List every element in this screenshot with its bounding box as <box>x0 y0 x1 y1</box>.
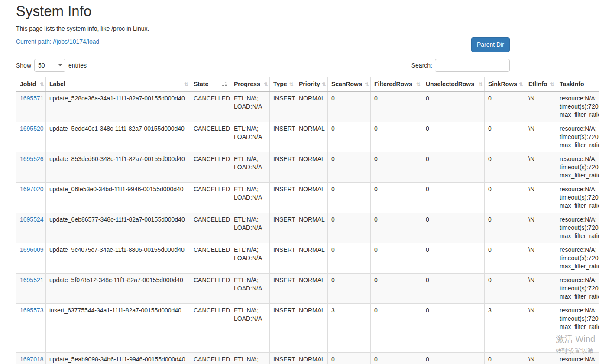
cell-jobid: 1695573 <box>16 304 46 353</box>
cell-filteredrows: 0 <box>371 91 422 122</box>
column-label: UnselectedRows <box>426 81 474 87</box>
current-path-link[interactable]: Current path: //jobs/10174/load <box>16 38 99 45</box>
page-length-control: Show 50 entries <box>16 59 87 72</box>
column-header-label[interactable]: Label⇅ <box>46 77 190 92</box>
cell-type: INSERT <box>270 304 295 353</box>
cell-type: INSERT <box>270 122 295 152</box>
column-header-filteredrows[interactable]: FilteredRows⇅ <box>371 77 422 92</box>
job-id-link[interactable]: 1695520 <box>20 125 44 132</box>
sort-both-icon: ⇅ <box>40 82 44 87</box>
table-row: 1695571update_528ce36a-34a1-11f1-82a7-00… <box>16 91 599 122</box>
column-header-progress[interactable]: Progress⇅ <box>230 77 270 92</box>
cell-unselectedrows: 0 <box>422 243 485 274</box>
cell-unselectedrows: 0 <box>422 304 485 353</box>
cell-filteredrows: 0 <box>371 243 422 274</box>
job-id-link[interactable]: 1697020 <box>20 186 44 193</box>
cell-scanrows: 0 <box>328 353 371 364</box>
table-row: 1695520update_5edd40c1-348c-11f1-82a7-00… <box>16 122 599 152</box>
cell-unselectedrows: 0 <box>422 274 485 304</box>
cell-sinkrows: 0 <box>485 91 525 122</box>
table-row: 1695524update_6eb86577-348c-11f1-82a7-00… <box>16 213 599 243</box>
cell-taskinfo: resource:N/A; timeout(s):7200; max_filte… <box>556 91 599 122</box>
cell-jobid: 1695571 <box>16 91 46 122</box>
cell-taskinfo: resource:N/A; timeout(s):7200; max_filte… <box>556 122 599 152</box>
cell-label: update_06fe53e0-34bd-11f1-9946-00155d000… <box>46 183 190 213</box>
cell-sinkrows: 0 <box>485 353 525 364</box>
page-length-select[interactable]: 50 <box>34 59 65 72</box>
cell-jobid: 1695521 <box>16 274 46 304</box>
cell-unselectedrows: 0 <box>422 152 485 183</box>
table-header-row: JobId⇅Label⇅StateProgress⇅Type⇅Priority⇅… <box>16 77 599 92</box>
cell-state: CANCELLED <box>190 122 230 152</box>
cell-progress: ETL:N/A; LOAD:N/A <box>230 183 270 213</box>
column-header-scanrows[interactable]: ScanRows⇅ <box>328 77 371 92</box>
cell-taskinfo: resource:N/A; timeout(s):7200; max_filte… <box>556 183 599 213</box>
job-id-link[interactable]: 1697018 <box>20 356 44 363</box>
cell-label: update_5eab9098-34b6-11f1-9946-00155d000… <box>46 353 190 364</box>
column-header-jobid[interactable]: JobId⇅ <box>16 77 46 92</box>
cell-sinkrows: 0 <box>485 213 525 243</box>
cell-type: INSERT <box>270 243 295 274</box>
cell-state: CANCELLED <box>190 91 230 122</box>
cell-progress: ETL:N/A; LOAD:N/A <box>230 213 270 243</box>
cell-jobid: 1695526 <box>16 152 46 183</box>
cell-taskinfo: resource:N/A; timeout(s):7200; max_filte… <box>556 213 599 243</box>
cell-sinkrows: 0 <box>485 243 525 274</box>
table-row: 1695573insert_63775544-34a1-11f1-82a7-00… <box>16 304 599 353</box>
column-label: Label <box>49 81 65 87</box>
cell-state: CANCELLED <box>190 274 230 304</box>
cell-etlinfo: \N <box>525 183 556 213</box>
cell-state: CANCELLED <box>190 304 230 353</box>
cell-jobid: 1697018 <box>16 353 46 364</box>
column-header-unselectedrows[interactable]: UnselectedRows⇅ <box>422 77 485 92</box>
job-id-link[interactable]: 1695524 <box>20 216 44 223</box>
cell-priority: NORMAL <box>295 122 328 152</box>
cell-filteredrows: 0 <box>371 353 422 364</box>
cell-etlinfo: \N <box>525 213 556 243</box>
table-row: 1696009update_9c4075c7-34ae-11f1-8806-00… <box>16 243 599 274</box>
jobs-table: JobId⇅Label⇅StateProgress⇅Type⇅Priority⇅… <box>16 77 599 364</box>
cell-priority: NORMAL <box>295 152 328 183</box>
column-header-type[interactable]: Type⇅ <box>270 77 295 92</box>
column-header-etlinfo[interactable]: EtlInfo⇅ <box>525 77 556 92</box>
job-id-link[interactable]: 1695526 <box>20 155 44 162</box>
search-label: Search: <box>411 59 432 72</box>
cell-progress: ETL:N/A; LOAD:N/A <box>230 122 270 152</box>
cell-unselectedrows: 0 <box>422 91 485 122</box>
cell-etlinfo: \N <box>525 274 556 304</box>
cell-state: CANCELLED <box>190 213 230 243</box>
cell-type: INSERT <box>270 91 295 122</box>
cell-type: INSERT <box>270 213 295 243</box>
cell-taskinfo: resource:N/A; timeout(s):7200; max_filte… <box>556 353 599 364</box>
sort-both-icon: ⇅ <box>479 82 483 87</box>
column-header-priority[interactable]: Priority⇅ <box>295 77 328 92</box>
sort-both-icon: ⇅ <box>264 82 268 87</box>
cell-etlinfo: \N <box>525 91 556 122</box>
cell-priority: NORMAL <box>295 274 328 304</box>
cell-state: CANCELLED <box>190 353 230 364</box>
column-label: Priority <box>299 81 320 87</box>
column-header-sinkrows[interactable]: SinkRows⇅ <box>485 77 525 92</box>
search-input[interactable] <box>435 59 510 72</box>
cell-etlinfo: \N <box>525 243 556 274</box>
job-id-link[interactable]: 1695571 <box>20 95 44 102</box>
table-body: 1695571update_528ce36a-34a1-11f1-82a7-00… <box>16 91 599 364</box>
column-label: Progress <box>234 81 260 87</box>
column-header-state[interactable]: State <box>190 77 230 92</box>
parent-dir-button[interactable]: Parent Dir <box>471 37 510 52</box>
cell-progress: ETL:N/A; LOAD:N/A <box>230 91 270 122</box>
cell-filteredrows: 0 <box>371 304 422 353</box>
cell-label: update_853ded60-348c-11f1-82a7-00155d000… <box>46 152 190 183</box>
job-id-link[interactable]: 1695573 <box>20 307 44 314</box>
sort-desc-icon <box>222 81 227 87</box>
cell-taskinfo: resource:N/A; timeout(s):7200; max_filte… <box>556 152 599 183</box>
cell-filteredrows: 0 <box>371 274 422 304</box>
table-row: 1695526update_853ded60-348c-11f1-82a7-00… <box>16 152 599 183</box>
column-header-taskinfo: TaskInfo <box>556 77 599 92</box>
column-label: TaskInfo <box>560 81 584 87</box>
job-id-link[interactable]: 1695521 <box>20 277 44 283</box>
cell-progress: ETL:N/A; LOAD:N/A <box>230 152 270 183</box>
cell-etlinfo: \N <box>525 152 556 183</box>
table-row: 1697018update_5eab9098-34b6-11f1-9946-00… <box>16 353 599 364</box>
job-id-link[interactable]: 1696009 <box>20 246 44 253</box>
